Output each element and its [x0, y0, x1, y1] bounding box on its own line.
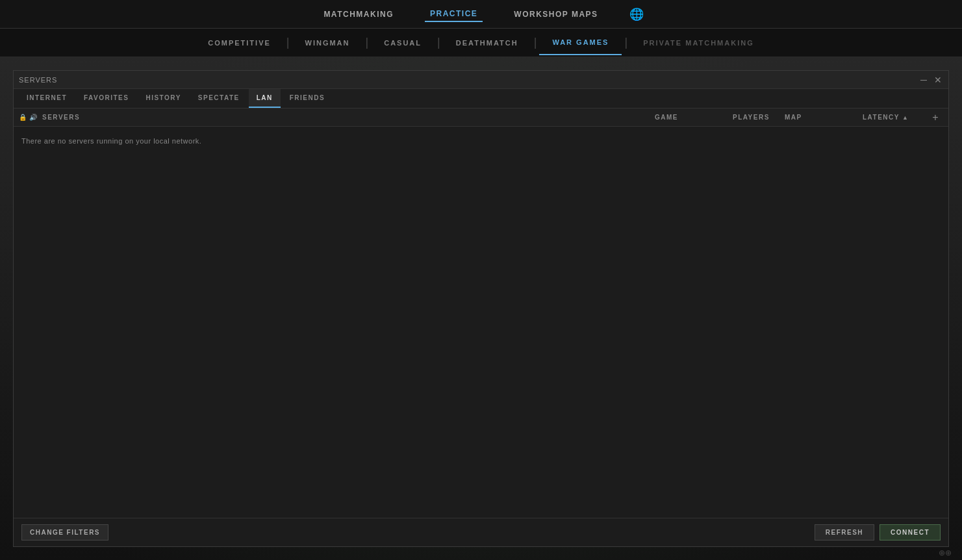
nav-casual[interactable]: CASUAL — [371, 31, 435, 55]
tab-lan[interactable]: LAN — [249, 89, 281, 108]
server-list-body: There are no servers running on your loc… — [14, 127, 948, 518]
server-list-header: 🔒 🔊 SERVERS GAME PLAYERS MAP LATENCY ▲ + — [14, 108, 948, 127]
bottom-right-buttons: REFRESH CONNECT — [815, 524, 941, 541]
empty-servers-message: There are no servers running on your loc… — [19, 132, 943, 150]
globe-icon[interactable]: 🌐 — [629, 7, 644, 21]
tab-internet[interactable]: INTERNET — [19, 89, 75, 108]
refresh-button[interactable]: REFRESH — [815, 524, 874, 541]
server-browser-titlebar: Servers ─ ✕ — [14, 71, 948, 89]
nav-practice[interactable]: PRACTICE — [425, 6, 483, 22]
header-icons: 🔒 🔊 — [19, 114, 37, 121]
close-button[interactable]: ✕ — [933, 75, 943, 85]
nav-separator-4: | — [531, 36, 540, 49]
column-header-servers[interactable]: SERVERS — [42, 114, 655, 121]
server-browser-bottom-bar: CHANGE FILTERS REFRESH CONNECT — [14, 518, 948, 546]
lock-icon: 🔒 — [19, 114, 27, 121]
column-header-game[interactable]: GAME — [655, 114, 733, 121]
column-header-latency[interactable]: LATENCY ▲ — [863, 114, 928, 121]
main-content: Servers ─ ✕ INTERNET FAVORITES HISTORY S… — [0, 57, 962, 560]
nav-separator-1: | — [284, 36, 292, 49]
minimize-button[interactable]: ─ — [918, 75, 929, 85]
tab-favorites[interactable]: FAVORITES — [76, 89, 136, 108]
nav-workshop-maps[interactable]: WORKSHOP MAPS — [509, 7, 603, 21]
tab-friends[interactable]: FRIENDS — [282, 89, 333, 108]
sort-arrow-icon: ▲ — [902, 114, 909, 121]
tab-history[interactable]: HISTORY — [138, 89, 188, 108]
nav-wingman[interactable]: WINGMAN — [292, 31, 363, 55]
nav-separator-5: | — [622, 36, 630, 49]
top-navigation: MATCHMAKING PRACTICE WORKSHOP MAPS 🌐 — [0, 0, 962, 29]
nav-matchmaking[interactable]: MATCHMAKING — [318, 7, 399, 21]
titlebar-controls: ─ ✕ — [918, 75, 943, 85]
info-icon: 🔊 — [29, 114, 37, 121]
secondary-navigation: COMPETITIVE | WINGMAN | CASUAL | DEATHMA… — [0, 29, 962, 57]
server-tabs: INTERNET FAVORITES HISTORY SPECTATE LAN … — [14, 89, 948, 108]
connect-button[interactable]: CONNECT — [880, 524, 941, 541]
tab-spectate[interactable]: SPECTATE — [190, 89, 247, 108]
nav-competitive[interactable]: COMPETITIVE — [195, 31, 284, 55]
column-header-players[interactable]: PLAYERS — [733, 114, 785, 121]
nav-war-games[interactable]: WAR GAMES — [539, 31, 622, 55]
add-server-button[interactable]: + — [928, 112, 943, 123]
column-header-map[interactable]: MAP — [785, 114, 863, 121]
server-browser-title: Servers — [19, 76, 57, 84]
nav-deathmatch[interactable]: DEATHMATCH — [443, 31, 531, 55]
nav-separator-2: | — [363, 36, 372, 49]
server-browser-window: Servers ─ ✕ INTERNET FAVORITES HISTORY S… — [13, 70, 949, 547]
change-filters-button[interactable]: CHANGE FILTERS — [21, 524, 108, 541]
nav-separator-3: | — [435, 36, 443, 49]
steam-indicator: ⊕⊕ — [939, 548, 952, 557]
nav-private-matchmaking[interactable]: PRIVATE MATCHMAKING — [630, 31, 767, 55]
